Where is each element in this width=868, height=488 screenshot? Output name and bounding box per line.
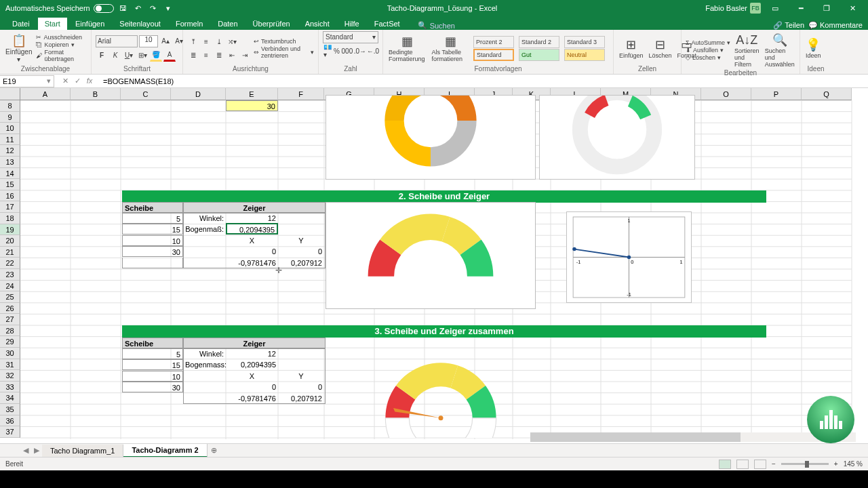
chart-donut-1[interactable] [326,95,536,180]
col-header-e[interactable]: E [226,88,278,100]
tab-start[interactable]: Start [38,18,67,30]
tab-factset[interactable]: FactSet [368,18,407,30]
row-header-34[interactable]: 34 [0,392,20,404]
fx-icon[interactable]: fx [84,77,95,85]
ideas-button[interactable]: 💡Ideen [804,36,823,60]
view-pagebreak-icon[interactable] [754,460,766,469]
row-header-36[interactable]: 36 [0,415,20,427]
zoom-level[interactable]: 145 % [844,460,863,468]
cell-d18[interactable]: Winkel: [183,213,226,224]
row-header-31[interactable]: 31 [0,359,20,371]
fill-color-button[interactable]: 🪣 [150,49,162,62]
row-header-35[interactable]: 35 [0,404,20,415]
comma-icon[interactable]: 000 [341,45,353,57]
row-header-16[interactable]: 16 [0,190,20,202]
currency-icon[interactable]: 💶▾ [323,45,332,57]
find-select-button[interactable]: 🔍Suchen und Auswählen [764,31,796,69]
tell-me-search[interactable]: 🔍 Suchen [418,21,455,30]
cell-c19[interactable]: 15 [122,224,183,235]
row-header-24[interactable]: 24 [0,281,20,292]
cut-button[interactable]: ✂Ausschneiden [36,34,87,41]
close-icon[interactable]: ✕ [841,0,864,16]
save-icon[interactable]: 🖫 [118,3,129,14]
cell-d30[interactable]: Winkel: [183,348,226,359]
row-header-19[interactable]: 19 [0,224,20,236]
cell-e32[interactable]: X [226,371,278,382]
formula-input[interactable]: =BOGENMASS(E18) [100,77,868,85]
cell-f34[interactable]: 0,207912 [278,393,324,404]
cell-d19[interactable]: Bogenmaß: [183,224,226,235]
tab-ueberpruefen[interactable]: Überprüfen [246,18,297,30]
cell-c21[interactable]: 30 [122,246,183,257]
cell-c33[interactable]: 30 [122,382,183,392]
cell-e30[interactable]: 12 [226,348,278,359]
cell-e19-active[interactable]: 0,2094395 [226,223,278,235]
chart-donut-2[interactable] [539,95,695,180]
col-header-f[interactable]: F [278,88,324,100]
row-header-12[interactable]: 12 [0,145,20,157]
row-header-26[interactable]: 26 [0,303,20,314]
tab-hilfe[interactable]: Hilfe [338,18,366,30]
style-standard3[interactable]: Standard 3 [564,36,605,48]
row-header-14[interactable]: 14 [0,168,20,180]
row-header-18[interactable]: 18 [0,213,20,224]
cell-f22[interactable]: 0,207912 [278,258,324,268]
cell-c31[interactable]: 15 [122,359,183,370]
share-button[interactable]: 🔗 Teilen [773,21,804,30]
col-header-b[interactable]: B [71,88,121,100]
align-middle-icon[interactable]: ≡ [200,35,212,47]
zoom-in-icon[interactable]: + [834,460,838,468]
col-header-a[interactable]: A [20,88,71,100]
undo-icon[interactable]: ↶ [133,3,144,14]
cell-e31[interactable]: 0,2094395 [226,359,278,370]
style-standard2[interactable]: Standard 2 [519,36,559,48]
tab-formeln[interactable]: Formeln [169,18,210,30]
style-gut[interactable]: Gut [519,49,559,61]
cell-c30[interactable]: 5 [122,348,183,359]
sort-filter-button[interactable]: A↓ZSortieren und Filtern [733,32,761,69]
col-header-o[interactable]: O [701,88,751,100]
tab-nav-prev[interactable]: ◀ [20,446,31,455]
select-all-corner[interactable] [0,88,20,100]
cell-c29[interactable]: Scheibe [122,338,183,348]
row-header-21[interactable]: 21 [0,247,20,258]
maximize-icon[interactable]: ❐ [815,0,838,16]
tab-seitenlayout[interactable]: Seitenlayout [113,18,167,30]
row-header-32[interactable]: 32 [0,370,20,382]
user-badge[interactable]: FB [750,3,761,14]
cond-format-button[interactable]: ▦Bedingte Formatierung [387,33,428,64]
row-header-29[interactable]: 29 [0,336,20,348]
row-header-15[interactable]: 15 [0,179,20,190]
align-center-icon[interactable]: ≡ [200,49,212,61]
row-header-23[interactable]: 23 [0,269,20,281]
cancel-formula-icon[interactable]: ✕ [60,77,71,85]
col-header-q[interactable]: Q [802,88,852,100]
chart-scatter-pointer[interactable]: 1 -1 -1 1 0 [566,211,692,303]
font-size-select[interactable]: 10 [139,35,158,47]
autosave-toggle[interactable]: Automatisches Speichern [5,4,114,13]
row-header-25[interactable]: 25 [0,291,20,303]
row-header-33[interactable]: 33 [0,382,20,393]
cell-c32[interactable]: 10 [122,371,183,382]
cell-e20[interactable]: X [226,235,278,246]
chart-gauge-section2[interactable] [326,202,536,309]
tab-ansicht[interactable]: Ansicht [298,18,336,30]
horizontal-scrollbar[interactable] [530,432,856,442]
cell-f33[interactable]: 0 [278,382,324,392]
user-name[interactable]: Fabio Basler [705,4,747,12]
align-top-icon[interactable]: ⤒ [187,35,199,47]
fill-button[interactable]: ⬇ Ausfüllen ▾ [686,47,730,54]
row-header-30[interactable]: 30 [0,348,20,359]
cell-e33[interactable]: 0 [226,382,278,392]
paste-button[interactable]: 📋Einfügen▾ [4,32,33,64]
cell-c17[interactable]: Scheibe [122,202,183,213]
merge-center-button[interactable]: ⇔ Verbinden und zentrieren ▾ [254,45,314,59]
zoom-slider[interactable] [781,463,829,465]
tab-datei[interactable]: Datei [5,18,37,30]
cell-c20[interactable]: 10 [122,235,183,246]
cell-de17[interactable]: Zeiger [183,202,326,213]
add-sheet-button[interactable]: ⊕ [208,446,221,455]
cell-e18[interactable]: 12 [226,213,278,224]
copy-button[interactable]: ⿻Kopieren ▾ [36,41,87,48]
col-header-d[interactable]: D [171,88,226,100]
